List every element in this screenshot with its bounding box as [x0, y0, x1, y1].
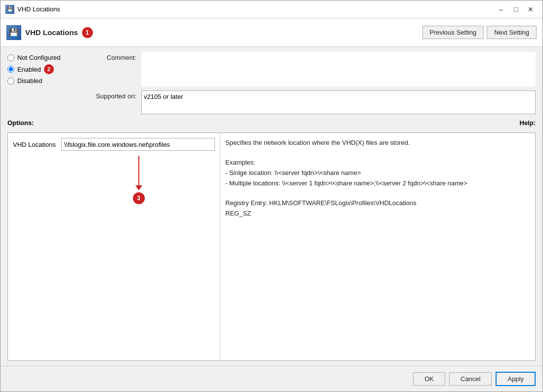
help-section-label: Help: — [520, 119, 536, 127]
cancel-button[interactable]: Cancel — [449, 372, 492, 386]
header-bar: 💾 VHD Locations 1 Previous Setting Next … — [0, 18, 543, 47]
enabled-badge: 2 — [44, 64, 54, 74]
help-text-1: Specifies the network location where the… — [225, 138, 530, 148]
header-title: VHD Locations — [25, 28, 78, 37]
supported-row: Supported on: v2105 or later — [87, 90, 536, 114]
header-icon: 💾 — [6, 25, 21, 40]
title-bar: 💾 VHD Locations – □ ✕ — [0, 0, 543, 18]
restore-button[interactable]: □ — [509, 3, 523, 15]
title-bar-left: 💾 VHD Locations — [5, 5, 60, 14]
main-panel: VHD Locations 3 Specifies the network lo… — [7, 132, 536, 361]
enabled-label: Enabled — [17, 66, 41, 73]
window-title: VHD Locations — [17, 5, 60, 13]
not-configured-label: Not Configured — [17, 54, 60, 61]
vhd-locations-label: VHD Locations — [13, 141, 57, 148]
not-configured-option: Not Configured — [7, 54, 79, 61]
help-pane: Specifies the network location where the… — [220, 133, 535, 360]
supported-label: Supported on: — [87, 90, 136, 100]
supported-value: v2105 or later — [141, 90, 536, 114]
arrow-badge: 3 — [133, 192, 145, 204]
options-section-label: Options: — [7, 119, 34, 127]
arrow-line — [138, 156, 139, 185]
not-configured-radio[interactable] — [7, 54, 14, 61]
window-icon: 💾 — [5, 5, 14, 14]
content-area: Not Configured Enabled 2 Disabled Commen… — [0, 47, 543, 366]
disabled-label: Disabled — [17, 77, 42, 85]
bottom-bar: OK Cancel Apply — [0, 366, 543, 392]
ok-button[interactable]: OK — [413, 372, 445, 386]
config-section: Not Configured Enabled 2 Disabled Commen… — [7, 52, 536, 114]
comment-label: Comment: — [87, 52, 136, 61]
close-button[interactable]: ✕ — [524, 3, 538, 15]
help-text-6: REG_SZ — [225, 209, 530, 219]
fields-section: Comment: Supported on: v2105 or later — [87, 52, 536, 114]
enabled-option: Enabled 2 — [7, 64, 79, 74]
header-left: 💾 VHD Locations 1 — [6, 25, 93, 40]
comment-textarea[interactable] — [141, 52, 536, 87]
apply-button[interactable]: Apply — [496, 372, 536, 386]
options-pane: VHD Locations 3 — [8, 133, 220, 360]
vhd-locations-row: VHD Locations — [13, 138, 215, 151]
help-text-3: - Sinlge location: \\<server fqdn>\<shar… — [225, 168, 530, 178]
enabled-radio[interactable] — [7, 66, 14, 73]
main-window: 💾 VHD Locations – □ ✕ 💾 VHD Locations 1 … — [0, 0, 543, 392]
next-setting-button[interactable]: Next Setting — [487, 26, 537, 39]
header-badge: 1 — [82, 27, 93, 38]
arrow-annotation: 3 — [62, 156, 215, 204]
previous-setting-button[interactable]: Previous Setting — [422, 26, 484, 39]
disabled-option: Disabled — [7, 77, 79, 85]
radio-group: Not Configured Enabled 2 Disabled — [7, 52, 79, 114]
title-bar-controls: – □ ✕ — [494, 3, 538, 15]
help-text-2: Examples: — [225, 158, 530, 168]
arrow-head — [135, 185, 142, 190]
header-buttons: Previous Setting Next Setting — [422, 26, 537, 39]
help-text-4: - Multiple locations: \\<server 1 fqdn>\… — [225, 178, 530, 189]
help-text-5: Registry Entry: HKLM\SOFTWARE\FSLogix\Pr… — [225, 198, 530, 209]
disabled-radio[interactable] — [7, 78, 14, 85]
minimize-button[interactable]: – — [494, 3, 508, 15]
comment-row: Comment: — [87, 52, 536, 87]
vhd-locations-input[interactable] — [61, 138, 215, 151]
